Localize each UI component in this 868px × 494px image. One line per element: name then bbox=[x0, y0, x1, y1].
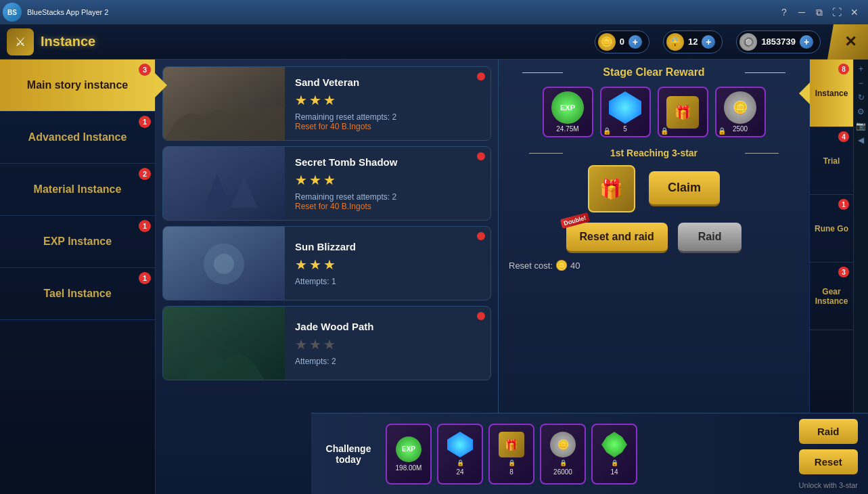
card-bg-sand-veteran bbox=[163, 67, 285, 140]
window-controls: ? ─ ⧉ ⛶ ✕ bbox=[776, 4, 868, 20]
instance-card-secret-tomb[interactable]: Secret Tomb Shadow ★ ★ ★ Remaining reset… bbox=[162, 146, 491, 221]
right-arrow bbox=[799, 83, 810, 104]
reset-cost-coin-icon: 🪙 bbox=[556, 260, 567, 271]
ch-gem-value: 24 bbox=[456, 468, 463, 476]
sidebar-badge-material: 2 bbox=[139, 168, 151, 180]
card-info-blizzard: Sun Blizzard ★ ★ ★ Attempts: 1 bbox=[285, 227, 490, 300]
restore-button[interactable]: ⧉ bbox=[811, 4, 827, 20]
sidebar-item-material[interactable]: Material Instance 2 bbox=[0, 164, 155, 216]
ch-gem2-icon bbox=[601, 432, 627, 457]
star-reward-row: 🎁 Claim bbox=[509, 165, 799, 212]
raid-button[interactable]: Raid bbox=[678, 223, 742, 253]
right-label-rune: Rune Go bbox=[815, 224, 848, 233]
nav-title: Instance bbox=[41, 34, 95, 49]
card-title-blizzard: Sun Blizzard bbox=[295, 241, 480, 252]
ch-coins-value: 26000 bbox=[553, 468, 572, 476]
lock-chest: 🔒 bbox=[660, 127, 668, 135]
gold-add-button[interactable]: + bbox=[629, 35, 642, 49]
right-sidebar-instance[interactable]: 8 Instance bbox=[810, 60, 853, 127]
right-sidebar-trial[interactable]: 4 Trial bbox=[810, 127, 853, 195]
gold-currency: 🪙 0 + bbox=[595, 30, 649, 53]
sidebar-item-advanced[interactable]: Advanced Instance 1 bbox=[0, 112, 155, 164]
locked-gold-value: 12 bbox=[688, 37, 698, 47]
top-nav: ⚔ Instance 🪙 0 + 🔒 12 + 🔘 1853739 + bbox=[0, 24, 868, 60]
coins-icon: 🪙 bbox=[724, 91, 756, 124]
gold-value: 0 bbox=[620, 37, 624, 47]
main-content: Main story instance 3 Advanced Instance … bbox=[0, 60, 868, 494]
stage-clear-title: Stage Clear Reward bbox=[509, 66, 799, 78]
challenge-today-label: Challenge today bbox=[321, 443, 375, 465]
minimize-button[interactable]: ─ bbox=[794, 4, 810, 20]
zoom-out-btn[interactable]: − bbox=[855, 77, 867, 89]
challenge-raid-button[interactable]: Raid bbox=[799, 419, 858, 444]
silver-add-button[interactable]: + bbox=[800, 35, 813, 49]
challenge-today-bar: Challenge today EXP 198.00M 🔒 24 🎁 🔒 8 bbox=[311, 413, 868, 494]
card-info-tomb: Secret Tomb Shadow ★ ★ ★ Remaining reset… bbox=[285, 147, 490, 220]
close-button[interactable]: ✕ bbox=[846, 4, 863, 20]
card-title-jade: Jade Wood Path bbox=[295, 321, 480, 332]
claim-button[interactable]: Claim bbox=[649, 171, 720, 206]
sidebar-label-main-story: Main story instance bbox=[27, 79, 128, 91]
reset-raid-button[interactable]: Double! Reset and raid bbox=[566, 223, 668, 253]
fullscreen-button[interactable]: ⛶ bbox=[829, 4, 845, 20]
card-reset-attempts-sand: Remaining reset attempts: 2 bbox=[295, 112, 480, 122]
zoom-in-btn[interactable]: + bbox=[855, 63, 867, 75]
stars-blizzard: ★ ★ ★ bbox=[295, 256, 480, 273]
right-sidebar-gear[interactable]: 3 Gear Instance bbox=[810, 263, 853, 330]
challenge-reward-chest: 🎁 🔒 8 bbox=[488, 424, 534, 485]
challenge-unlock-text: Unlock with 3-star bbox=[799, 481, 858, 489]
bluestacks-logo: BS bbox=[3, 3, 22, 22]
star-2-blizzard: ★ bbox=[309, 256, 321, 273]
locked-gold-currency: 🔒 12 + bbox=[663, 30, 723, 53]
svg-point-4 bbox=[214, 254, 234, 274]
ch-chest-icon: 🎁 bbox=[499, 432, 524, 457]
right-badge-instance: 8 bbox=[838, 64, 849, 74]
silver-currency: 🔘 1853739 + bbox=[736, 30, 821, 53]
coins-value: 2500 bbox=[733, 125, 748, 133]
title-bar: BS BlueStacks App Player 2 ? ─ ⧉ ⛶ ✕ bbox=[0, 0, 868, 24]
help-button[interactable]: ? bbox=[776, 4, 792, 20]
challenge-reset-button[interactable]: Reset bbox=[799, 449, 858, 474]
ch-exp-value: 198.00M bbox=[396, 464, 422, 472]
card-reset-cost-tomb: Reset for 40 B.Ingots bbox=[295, 202, 480, 211]
instance-card-sun-blizzard[interactable]: Sun Blizzard ★ ★ ★ Attempts: 1 bbox=[162, 226, 491, 300]
main-area: Sand Veteran ★ ★ ★ Remaining reset attem… bbox=[156, 60, 868, 494]
reset-raid-label: Reset and raid bbox=[580, 231, 654, 242]
exp-value: 24.75M bbox=[556, 125, 578, 133]
camera-btn[interactable]: 📷 bbox=[855, 120, 867, 132]
back-btn[interactable]: ◀ bbox=[855, 134, 867, 146]
app-logo: BS bbox=[0, 0, 24, 24]
star-chest-icon: 🎁 bbox=[588, 165, 635, 212]
reward-exp: EXP 24.75M bbox=[543, 87, 593, 137]
locked-gold-icon: 🔒 bbox=[666, 33, 684, 51]
card-image-tomb bbox=[163, 147, 285, 220]
right-label-trial: Trial bbox=[823, 156, 840, 166]
stars-jade: ★ ★ ★ bbox=[295, 336, 480, 353]
sidebar-item-main-story[interactable]: Main story instance 3 bbox=[0, 60, 155, 112]
card-reset-attempts-tomb: Remaining reset attempts: 2 bbox=[295, 192, 480, 202]
instance-card-sand-veteran[interactable]: Sand Veteran ★ ★ ★ Remaining reset attem… bbox=[162, 66, 491, 141]
instance-card-jade-wood[interactable]: Jade Wood Path ★ ★ ★ Attempts: 2 bbox=[162, 306, 491, 380]
card-image-blizzard bbox=[163, 227, 285, 300]
challenge-reward-gem2: 🔒 14 bbox=[591, 424, 637, 485]
stage-clear-rewards: EXP 24.75M 🔒 5 🎁 🔒 🪙 🔒 bbox=[509, 87, 799, 137]
sidebar-badge-tael: 1 bbox=[139, 272, 151, 284]
sidebar-item-exp[interactable]: EXP Instance 1 bbox=[0, 216, 155, 268]
card-bg-blizzard bbox=[163, 227, 285, 300]
challenge-reward-coins: 🪙 🔒 26000 bbox=[540, 424, 586, 485]
sidebar-badge-exp: 1 bbox=[139, 220, 151, 232]
star-3-blizzard: ★ bbox=[323, 256, 336, 273]
action-buttons: Double! Reset and raid Raid bbox=[509, 223, 799, 253]
settings-btn[interactable]: ⚙ bbox=[855, 106, 867, 118]
challenge-rewards: EXP 198.00M 🔒 24 🎁 🔒 8 🪙 🔒 26000 bbox=[386, 424, 789, 485]
locked-gold-add-button[interactable]: + bbox=[702, 35, 715, 49]
card-info-sand: Sand Veteran ★ ★ ★ Remaining reset attem… bbox=[285, 67, 490, 140]
sidebar-item-tael[interactable]: Tael Instance 1 bbox=[0, 268, 155, 320]
right-badge-rune: 1 bbox=[838, 199, 849, 210]
rotate-btn[interactable]: ↻ bbox=[855, 91, 867, 104]
close-game-button[interactable]: ✕ bbox=[827, 24, 868, 60]
x-icon: ✕ bbox=[844, 33, 856, 51]
silver-value: 1853739 bbox=[761, 37, 796, 47]
sidebar-arrow bbox=[155, 73, 167, 97]
right-sidebar-rune[interactable]: 1 Rune Go bbox=[810, 195, 853, 263]
